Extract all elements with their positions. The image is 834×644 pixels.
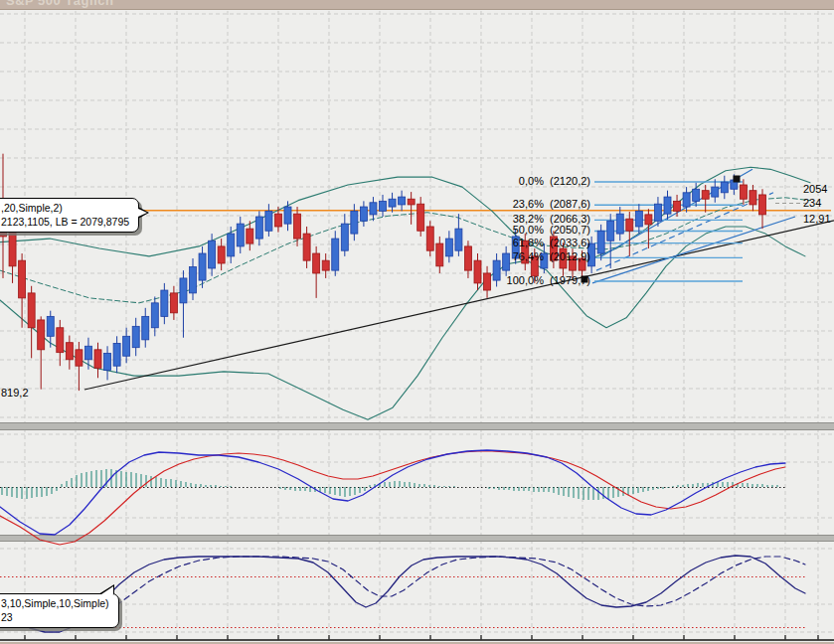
- bollinger-tooltip-values: 2123,1105, LB = 2079,8795: [1, 215, 129, 229]
- stochastic-tooltip-value: 23: [1, 610, 109, 624]
- chart-canvas[interactable]: [0, 0, 834, 644]
- macd-panel: [0, 450, 787, 545]
- tooltip-pointer: [98, 584, 114, 594]
- tooltip-pointer: [138, 207, 149, 219]
- bollinger-tooltip-params: ,20,Simple,2): [1, 201, 129, 215]
- window-title: S&P 500 Täglich: [6, 0, 113, 8]
- stochastic-tooltip-params: 3,10,Simple,10,Simple): [1, 596, 109, 610]
- fib-drag-handle[interactable]: [734, 176, 741, 183]
- grid-layer: [0, 11, 834, 639]
- stochastic-panel: [0, 556, 807, 632]
- time-axis: [0, 635, 834, 640]
- fib-drag-handle[interactable]: [582, 276, 588, 283]
- window-title-bar[interactable]: S&P 500 Täglich: [0, 0, 834, 10]
- bollinger-indicator-tooltip[interactable]: ,20,Simple,2) 2123,1105, LB = 2079,8795: [0, 198, 139, 233]
- candles-layer: [0, 154, 766, 391]
- panel-separators: [0, 422, 834, 542]
- stochastic-indicator-tooltip[interactable]: 3,10,Simple,10,Simple) 23: [0, 593, 119, 628]
- application-window: S&P 500 Täglich 0,0% (2120,2)23,6% (2087…: [0, 0, 834, 644]
